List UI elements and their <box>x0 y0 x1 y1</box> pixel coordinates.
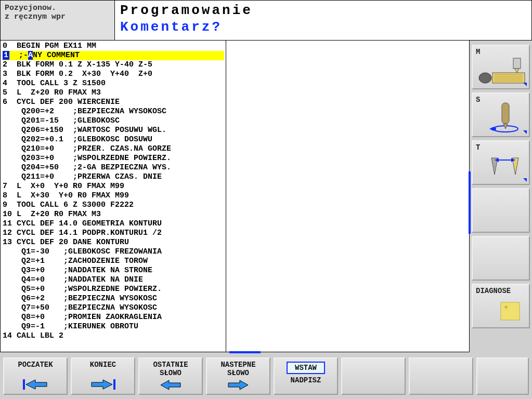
code-line[interactable]: Q7=+50 ;BEZPIECZNA WYSOKOSC <box>3 303 226 313</box>
code-line[interactable]: Q206=+150 ;WARTOSC POSUWU WGL. <box>3 126 226 135</box>
svg-point-10 <box>493 127 496 130</box>
svg-rect-6 <box>513 58 521 69</box>
code-line[interactable]: Q211=+0 ;PRZERWA CZAS. DNIE <box>3 172 226 182</box>
softkey-empty-6[interactable] <box>341 357 406 395</box>
softkey-label: KONIEC <box>72 361 134 369</box>
side-btn-empty-2[interactable] <box>472 236 530 281</box>
machine-icon <box>477 55 529 86</box>
svg-text:+: + <box>504 303 508 312</box>
softkey-label-a: NASTEPNE <box>207 361 269 369</box>
expand-icon <box>523 83 527 86</box>
softkey-label-b: SŁOWO <box>207 369 269 377</box>
code-panel[interactable]: 0 BEGIN PGM EX11 MM1 ;-ANY COMMENT2 BLK … <box>0 41 226 352</box>
code-line[interactable]: 10 L Z+20 R0 FMAX M3 <box>3 210 226 219</box>
svg-rect-20 <box>23 379 25 390</box>
code-line[interactable]: Q203=+0 ;WSPOLRZEDNE POWIERZ. <box>3 154 226 163</box>
expand-icon <box>523 178 527 182</box>
expand-icon <box>523 130 527 134</box>
svg-marker-7 <box>515 69 519 73</box>
code-line[interactable]: Q204=+50 ;2-GA BEZPIECZNA WYS. <box>3 163 226 172</box>
code-line[interactable]: 11 CYCL DEF 14.0 GEOMETRIA KONTURU <box>3 219 226 229</box>
code-line[interactable]: Q3=+0 ;NADDATEK NA STRONE <box>3 266 226 275</box>
code-line-highlighted[interactable]: 1 ;-ANY COMMENT <box>3 51 226 60</box>
code-line[interactable]: 3 BLK FORM 0.2 X+30 Y+40 Z+0 <box>3 70 226 79</box>
code-line[interactable]: Q1=-30 ;GLEBOKOSC FREZOWANIA <box>3 247 226 257</box>
softkey-label-b: SŁOWO <box>139 369 202 377</box>
page-title: Programowanie <box>120 3 526 18</box>
main-area: 0 BEGIN PGM EX11 MM1 ;-ANY COMMENT2 BLK … <box>0 41 532 352</box>
svg-rect-23 <box>113 379 115 390</box>
code-line[interactable]: 14 CALL LBL 2 <box>3 331 226 341</box>
side-btn-diagnose[interactable]: DIAGNOSE + <box>472 284 530 328</box>
code-line[interactable]: Q200=+2 ;BEZPIECZNA WYSOKOSC <box>3 107 226 116</box>
softkey-end[interactable]: KONIEC <box>71 357 135 395</box>
scroll-indicator-vertical[interactable] <box>469 171 471 234</box>
softkey-insert-overwrite[interactable]: WSTAW NADPISZ <box>274 357 338 395</box>
spindle-icon <box>477 101 529 134</box>
code-line[interactable]: 12 CYCL DEF 14.1 PODPR.KONTURU1 /2 <box>3 229 226 238</box>
svg-marker-21 <box>26 380 47 389</box>
side-btn-m[interactable]: M <box>472 45 530 89</box>
code-line[interactable]: 5 L Z+20 R0 FMAX M3 <box>3 88 226 98</box>
side-btn-t[interactable]: T <box>472 140 530 185</box>
title-box: Programowanie Komentarz? <box>115 1 531 40</box>
code-line[interactable]: 4 TOOL CALL 3 Z S1500 <box>3 79 226 88</box>
note-icon: + <box>499 300 525 323</box>
code-line[interactable]: 2 BLK FORM 0.1 Z X-135 Y-40 Z-5 <box>3 60 226 70</box>
preview-panel <box>226 41 470 352</box>
code-line[interactable]: Q202=+0.1 ;GLEBOKOSC DOSUWU <box>3 135 226 144</box>
arrow-first-icon <box>4 378 67 391</box>
softkey-empty-7[interactable] <box>409 357 473 395</box>
side-btn-empty-1[interactable] <box>472 188 530 233</box>
code-line[interactable]: Q8=+0 ;PROMIEN ZAOKRAGLENIA <box>3 313 226 322</box>
mode-line2: z ręcznym wpr <box>5 12 110 21</box>
code-line[interactable]: Q4=+0 ;NADDATEK NA DNIE <box>3 275 226 285</box>
svg-marker-25 <box>228 380 248 390</box>
scroll-indicator-horizontal[interactable] <box>229 351 261 353</box>
arrow-right-icon <box>207 379 269 391</box>
arrow-last-icon <box>72 378 134 391</box>
svg-marker-22 <box>92 380 112 389</box>
code-line[interactable]: Q9=-1 ;KIERUNEK OBROTU <box>3 322 226 331</box>
mode-box: Pozycjonow. z ręcznym wpr <box>1 1 115 40</box>
code-line[interactable]: 9 TOOL CALL 6 Z S3000 F2222 <box>3 201 226 210</box>
svg-marker-24 <box>161 380 180 390</box>
code-line[interactable]: Q210=+0 ;PRZER. CZAS.NA GORZE <box>3 144 226 154</box>
header-bar: Pozycjonow. z ręcznym wpr Programowanie … <box>0 0 532 41</box>
softkey-insert-label: WSTAW <box>287 362 325 374</box>
code-line[interactable]: 0 BEGIN PGM EX11 MM <box>3 42 226 51</box>
svg-point-5 <box>479 73 491 83</box>
code-line[interactable]: Q6=+2 ;BEZPIECZNA WYSOKOSC <box>3 294 226 303</box>
tool-icon <box>477 151 529 182</box>
svg-rect-0 <box>492 73 525 83</box>
arrow-left-icon <box>139 379 202 391</box>
side-label-diagnose: DIAGNOSE <box>476 287 511 295</box>
code-line[interactable]: 8 L X+30 Y+0 R0 FMAX M99 <box>3 191 226 201</box>
code-line[interactable]: Q5=+0 ;WSPOLRZEDNE POWIERZ. <box>3 285 226 294</box>
mode-line1: Pozycjonow. <box>5 4 110 12</box>
code-line[interactable]: 6 CYCL DEF 200 WIERCENIE <box>3 98 226 107</box>
svg-marker-9 <box>489 127 494 131</box>
softkey-label-a: OSTATNIE <box>139 361 202 369</box>
softkey-label: POCZATEK <box>4 361 67 369</box>
softkey-overwrite-label: NADPISZ <box>291 376 321 384</box>
softkey-empty-8[interactable] <box>476 357 529 395</box>
side-panel: M S T <box>470 41 532 352</box>
code-line[interactable]: 7 L X+0 Y+0 R0 FMAX M99 <box>3 182 226 191</box>
code-line[interactable]: Q201=-15 ;GLEBOKOSC <box>3 116 226 126</box>
softkey-begin[interactable]: POCZATEK <box>3 357 68 395</box>
side-btn-s[interactable]: S <box>472 92 530 137</box>
page-subtitle: Komentarz? <box>120 19 526 35</box>
softkey-last-word[interactable]: OSTATNIE SŁOWO <box>138 357 203 395</box>
softkey-next-word[interactable]: NASTEPNE SŁOWO <box>206 357 270 395</box>
code-line[interactable]: Q2=+1 ;ZACHODZENIE TOROW <box>3 257 226 266</box>
svg-rect-11 <box>502 103 509 124</box>
softkey-bar: POCZATEK KONIEC OSTATNIE SŁOWO NASTEPNE … <box>0 354 532 399</box>
code-line[interactable]: 13 CYCL DEF 20 DANE KONTURU <box>3 238 226 247</box>
